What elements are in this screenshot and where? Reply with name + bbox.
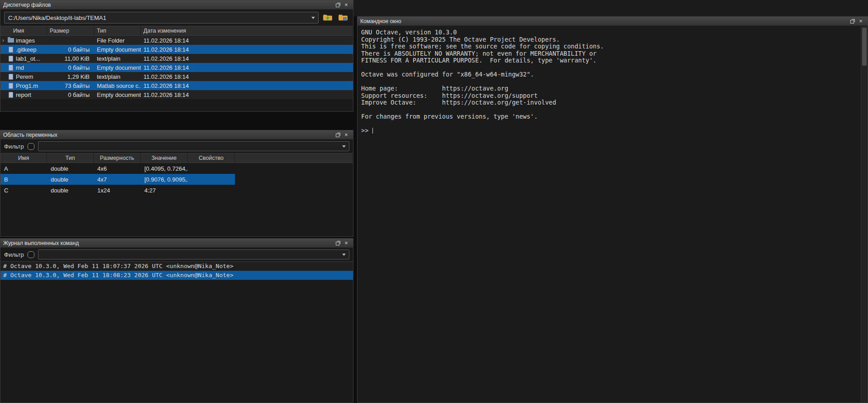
file-path-combobox[interactable]: C:/Users/Nika/Desktop/it-labs/TEMA1	[4, 12, 319, 24]
file-date-cell: 11.02.2026 18:14	[141, 64, 353, 71]
command-window-panel: Командное окно × GNU Octave, version 10.…	[357, 16, 868, 403]
undock-button[interactable]	[849, 18, 857, 25]
variable-value-cell: 4:27	[141, 187, 188, 194]
workspace-body: Adouble4x6[0.4095, 0.7264,...Bdouble4x7[…	[0, 163, 353, 196]
file-date-cell: 11.02.2026 18:14	[141, 82, 353, 89]
filter-label: Фильтр	[4, 143, 24, 150]
column-header-size[interactable]: Размер	[47, 26, 94, 36]
prompt-text: >>	[361, 127, 372, 134]
file-row[interactable]: lab1_ot...11,00 KiBtext/plain11.02.2026 …	[0, 54, 353, 63]
text-cursor	[372, 128, 373, 134]
file-name-cell: report	[0, 91, 47, 98]
column-header-date[interactable]: Дата изменения	[141, 26, 353, 36]
variable-type-cell: double	[47, 176, 94, 183]
close-button[interactable]: ×	[342, 131, 350, 139]
column-header-name[interactable]: Имя	[0, 153, 47, 163]
undock-icon	[336, 133, 340, 137]
file-size-cell: 11,00 KiB	[47, 55, 94, 62]
file-row[interactable]: Prog1.m73 байтыMatlab source c...11.02.2…	[0, 81, 353, 90]
file-name-text: images	[16, 37, 35, 44]
file-name-text: lab1_ot...	[16, 55, 40, 62]
file-type-cell: text/plain	[94, 55, 141, 62]
dir-up-button[interactable]	[321, 12, 334, 24]
file-name-cell: lab1_ot...	[0, 55, 47, 62]
command-window-titlebar[interactable]: Командное окно ×	[358, 17, 868, 26]
close-button[interactable]: ×	[342, 1, 350, 9]
column-header-filler	[235, 153, 353, 163]
column-header-dims[interactable]: Размерность	[94, 153, 141, 163]
file-icon	[9, 47, 13, 53]
terminal-line: FITNESS FOR A PARTICULAR PURPOSE. For de…	[361, 57, 861, 64]
workspace-filter-row: Фильтр	[0, 139, 353, 153]
file-size-cell: 0 байты	[47, 91, 94, 98]
chevron-down-icon	[342, 254, 346, 256]
terminal-line	[361, 64, 861, 72]
terminal-line: Copyright (C) 1993-2025 The Octave Proje…	[361, 36, 861, 43]
variable-dims-cell: 1x24	[94, 187, 141, 194]
chevron-down-icon	[342, 145, 346, 148]
panel-title-text: Диспетчер файлов	[3, 2, 51, 8]
close-button[interactable]: ×	[857, 18, 865, 25]
panel-title-text: Журнал выполненных команд	[3, 240, 79, 246]
folder-settings-icon	[338, 13, 348, 23]
file-icon	[9, 92, 13, 98]
command-prompt[interactable]: >>	[361, 127, 861, 134]
filter-checkbox[interactable]	[28, 251, 34, 258]
panel-title-text: Командное окно	[360, 18, 401, 24]
history-entry[interactable]: # Octave 10.3.0, Wed Feb 11 18:08:23 202…	[0, 271, 353, 280]
file-row[interactable]: ›imagesFile Folder11.02.2026 18:14	[0, 36, 353, 45]
scrollbar-thumb[interactable]	[862, 28, 867, 66]
history-body: # Octave 10.3.0, Wed Feb 11 18:07:37 202…	[0, 261, 353, 280]
filter-combobox[interactable]	[38, 141, 349, 151]
undock-icon	[336, 3, 340, 7]
file-row[interactable]: .gitkeep0 байтыEmpty document11.02.2026 …	[0, 45, 353, 54]
filter-checkbox[interactable]	[28, 143, 34, 150]
terminal-area[interactable]: GNU Octave, version 10.3.0Copyright (C) …	[358, 26, 861, 403]
file-date-cell: 11.02.2026 18:14	[141, 55, 353, 62]
variable-row[interactable]: Cdouble1x244:27	[0, 185, 353, 196]
file-row[interactable]: report0 байтыEmpty document11.02.2026 18…	[0, 90, 353, 99]
file-date-cell: 11.02.2026 18:14	[141, 73, 353, 80]
octave-window: ↶ Текущая папка: C:\Users\Nika\Desktop\i…	[0, 0, 868, 403]
undock-button[interactable]	[334, 131, 342, 139]
file-size-cell: 0 байты	[47, 46, 94, 53]
file-type-cell: Matlab source c...	[94, 82, 141, 89]
variable-value-cell: [0.4095, 0.7264,...	[141, 165, 188, 172]
file-date-cell: 11.02.2026 18:14	[141, 91, 353, 98]
column-header-type[interactable]: Тип	[47, 153, 94, 163]
undock-icon	[850, 19, 855, 24]
filter-combobox[interactable]	[38, 249, 349, 259]
variable-name-cell: A	[0, 165, 47, 172]
command-output: GNU Octave, version 10.3.0Copyright (C) …	[361, 29, 861, 127]
close-button[interactable]: ×	[342, 240, 350, 247]
variable-row[interactable]: Adouble4x6[0.4095, 0.7264,...	[0, 163, 353, 174]
expand-arrow-icon[interactable]: ›	[2, 38, 8, 43]
file-size-cell: 0 байты	[47, 64, 94, 71]
workspace-titlebar[interactable]: Область переменных ×	[0, 130, 353, 139]
undock-button[interactable]	[334, 1, 342, 9]
variable-row[interactable]: Bdouble4x7[0.9076, 0.9095,...	[0, 174, 353, 185]
terminal-line: Support resources: https://octave.org/su…	[361, 92, 861, 100]
file-size-cell: 73 байты	[47, 82, 94, 89]
column-header-type[interactable]: Тип	[94, 26, 141, 36]
variable-type-cell: double	[47, 187, 94, 194]
file-browser-titlebar[interactable]: Диспетчер файлов ×	[0, 0, 353, 10]
undock-button[interactable]	[334, 240, 342, 247]
file-row[interactable]: md0 байтыEmpty document11.02.2026 18:14	[0, 63, 353, 72]
column-header-value[interactable]: Значение	[141, 153, 188, 163]
file-name-cell: ›images	[0, 37, 47, 44]
folder-up-icon	[323, 13, 333, 23]
history-entry[interactable]: # Octave 10.3.0, Wed Feb 11 18:07:37 202…	[0, 262, 353, 271]
variable-dims-cell: 4x7	[94, 176, 141, 183]
column-header-attr[interactable]: Свойство	[188, 153, 235, 163]
column-header-name[interactable]: Имя	[0, 26, 47, 36]
browse-dir-button[interactable]	[337, 12, 349, 24]
file-icon	[9, 74, 13, 80]
file-icon	[9, 56, 13, 62]
scrollbar[interactable]	[861, 26, 868, 403]
file-type-cell: File Folder	[94, 37, 141, 44]
history-titlebar[interactable]: Журнал выполненных команд ×	[0, 239, 353, 248]
file-row[interactable]: Perem1,29 KiBtext/plain11.02.2026 18:14	[0, 72, 353, 81]
terminal-line	[361, 78, 861, 86]
terminal-line: Octave was configured for "x86_64-w64-mi…	[361, 71, 861, 78]
